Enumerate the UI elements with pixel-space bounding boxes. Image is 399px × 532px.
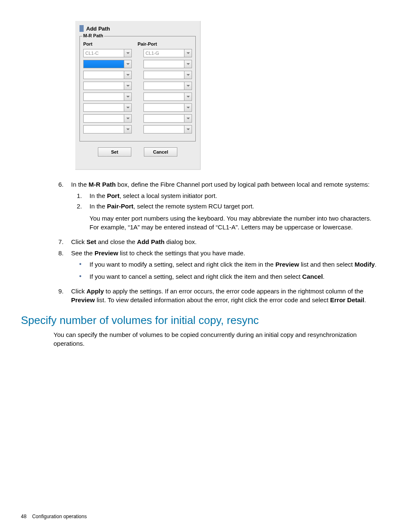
path-row xyxy=(83,82,192,90)
chevron-down-icon[interactable] xyxy=(124,114,132,123)
column-headers: Port Pair-Port xyxy=(83,41,192,46)
cancel-button[interactable]: Cancel xyxy=(144,147,177,157)
chevron-down-icon[interactable] xyxy=(184,125,192,134)
pair-port-dropdown[interactable] xyxy=(143,114,192,123)
port-dropdown[interactable] xyxy=(83,103,132,112)
bullet-icon: • xyxy=(71,260,90,269)
title-marker-icon xyxy=(79,25,84,32)
chevron-down-icon[interactable] xyxy=(124,49,132,57)
chevron-down-icon[interactable] xyxy=(184,49,192,57)
dialog-title: Add Path xyxy=(86,26,110,32)
pair-port-header: Pair-Port xyxy=(138,41,192,46)
footer-text: Configuration operations xyxy=(32,514,87,519)
substep-num: 2. xyxy=(71,202,90,233)
step-num: 6. xyxy=(54,180,71,235)
port-value[interactable] xyxy=(83,71,124,79)
path-row xyxy=(83,60,192,68)
port-value[interactable] xyxy=(83,82,124,90)
step-num: 8. xyxy=(54,249,71,284)
chevron-down-icon[interactable] xyxy=(124,103,132,112)
bullet-icon: • xyxy=(71,272,90,281)
port-header: Port xyxy=(83,41,138,46)
pair-port-value[interactable] xyxy=(143,71,184,79)
port-dropdown[interactable] xyxy=(83,60,132,68)
step-num: 9. xyxy=(54,287,71,304)
path-row: CL1-CCL1-G xyxy=(83,49,192,57)
port-dropdown[interactable] xyxy=(83,71,132,79)
path-row xyxy=(83,114,192,123)
pair-port-value[interactable] xyxy=(143,103,184,112)
chevron-down-icon[interactable] xyxy=(124,82,132,90)
step-7-content: Click Set and close the Add Path dialog … xyxy=(71,237,378,246)
step-6-content: In the M-R Path box, define the Fibre Ch… xyxy=(71,180,378,235)
pair-port-dropdown[interactable] xyxy=(143,60,192,68)
chevron-down-icon[interactable] xyxy=(184,71,192,79)
port-value[interactable] xyxy=(83,93,124,101)
pair-port-value[interactable] xyxy=(143,93,184,101)
port-dropdown[interactable] xyxy=(83,93,132,101)
section-paragraph: You can specify the number of volumes to… xyxy=(54,330,378,348)
page-footer: 48 Configuration operations xyxy=(21,514,87,519)
chevron-down-icon[interactable] xyxy=(124,125,132,134)
dialog-title-row: Add Path xyxy=(79,25,196,32)
chevron-down-icon[interactable] xyxy=(124,60,132,68)
bullet-cancel: If you want to cancel a setting, select … xyxy=(90,272,378,281)
add-path-dialog: Add Path M-R Path Port Pair-Port CL1-CCL… xyxy=(75,21,201,170)
pair-port-value[interactable]: CL1-G xyxy=(143,49,184,57)
substep-1: In the Port, select a local system initi… xyxy=(90,191,378,200)
chevron-down-icon[interactable] xyxy=(124,71,132,79)
path-row xyxy=(83,103,192,112)
port-dropdown[interactable] xyxy=(83,125,132,134)
step-8-content: See the Preview list to check the settin… xyxy=(71,249,378,284)
pair-port-value[interactable] xyxy=(143,60,184,68)
port-value[interactable] xyxy=(83,60,124,68)
port-value[interactable] xyxy=(83,114,124,123)
pair-port-dropdown[interactable]: CL1-G xyxy=(143,49,192,57)
step-num: 7. xyxy=(54,237,71,246)
chevron-down-icon[interactable] xyxy=(184,103,192,112)
substep-num: 1. xyxy=(71,191,90,200)
chevron-down-icon[interactable] xyxy=(184,93,192,101)
pair-port-value[interactable] xyxy=(143,125,184,134)
chevron-down-icon[interactable] xyxy=(184,82,192,90)
port-dropdown[interactable] xyxy=(83,82,132,90)
page-number: 48 xyxy=(21,514,26,519)
pair-port-dropdown[interactable] xyxy=(143,71,192,79)
port-value[interactable] xyxy=(83,125,124,134)
pair-port-value[interactable] xyxy=(143,82,184,90)
port-dropdown[interactable] xyxy=(83,114,132,123)
pair-port-dropdown[interactable] xyxy=(143,103,192,112)
chevron-down-icon[interactable] xyxy=(184,114,192,123)
substep-2: In the Pair-Port, select the remote syst… xyxy=(90,202,378,233)
section-heading: Specify number of volumes for initial co… xyxy=(21,313,378,328)
path-row xyxy=(83,125,192,134)
instruction-text: 6. In the M-R Path box, define the Fibre… xyxy=(21,180,378,348)
pair-port-dropdown[interactable] xyxy=(143,82,192,90)
pair-port-value[interactable] xyxy=(143,114,184,123)
step-9-content: Click Apply to apply the settings. If an… xyxy=(71,287,378,304)
port-value[interactable] xyxy=(83,103,124,112)
path-row xyxy=(83,71,192,79)
port-dropdown[interactable]: CL1-C xyxy=(83,49,132,57)
mr-path-fieldset: M-R Path Port Pair-Port CL1-CCL1-G xyxy=(79,36,196,141)
bullet-modify: If you want to modify a setting, select … xyxy=(90,260,378,269)
button-row: Set Cancel xyxy=(79,147,196,157)
path-row xyxy=(83,93,192,101)
chevron-down-icon[interactable] xyxy=(124,93,132,101)
fieldset-legend: M-R Path xyxy=(82,33,104,38)
port-value[interactable]: CL1-C xyxy=(83,49,124,57)
step6-note: You may enter port numbers using the key… xyxy=(90,214,378,231)
chevron-down-icon[interactable] xyxy=(184,60,192,68)
set-button[interactable]: Set xyxy=(98,147,131,157)
pair-port-dropdown[interactable] xyxy=(143,125,192,134)
pair-port-dropdown[interactable] xyxy=(143,93,192,101)
